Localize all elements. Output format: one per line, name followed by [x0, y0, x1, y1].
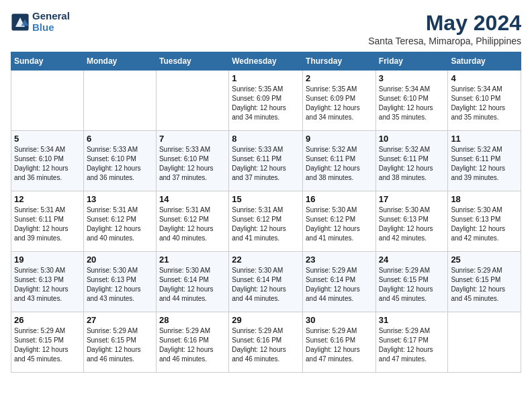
day-info: Sunrise: 5:30 AM Sunset: 6:13 PM Dayligh…: [87, 266, 153, 304]
day-info: Sunrise: 5:29 AM Sunset: 6:16 PM Dayligh…: [306, 326, 373, 364]
day-info: Sunrise: 5:34 AM Sunset: 6:10 PM Dayligh…: [379, 85, 445, 122]
calendar-cell: [11, 71, 84, 131]
calendar-week-row: 26Sunrise: 5:29 AM Sunset: 6:15 PM Dayli…: [11, 312, 521, 373]
day-number: 27: [87, 315, 153, 325]
day-info: Sunrise: 5:30 AM Sunset: 6:13 PM Dayligh…: [379, 205, 445, 243]
day-number: 25: [451, 255, 518, 265]
day-number: 24: [379, 255, 445, 265]
day-number: 14: [159, 194, 226, 204]
day-number: 2: [306, 73, 373, 83]
day-number: 9: [306, 134, 373, 144]
day-info: Sunrise: 5:30 AM Sunset: 6:12 PM Dayligh…: [306, 205, 373, 243]
weekday-header: Monday: [83, 52, 156, 71]
day-info: Sunrise: 5:29 AM Sunset: 6:16 PM Dayligh…: [232, 326, 300, 364]
calendar-table: SundayMondayTuesdayWednesdayThursdayFrid…: [11, 52, 521, 373]
calendar-cell: 8Sunrise: 5:33 AM Sunset: 6:11 PM Daylig…: [229, 131, 303, 191]
weekday-header: Wednesday: [229, 52, 303, 71]
calendar-cell: 6Sunrise: 5:33 AM Sunset: 6:10 PM Daylig…: [83, 131, 156, 191]
day-number: 10: [379, 134, 445, 144]
calendar-week-row: 12Sunrise: 5:31 AM Sunset: 6:11 PM Dayli…: [11, 191, 521, 252]
day-info: Sunrise: 5:30 AM Sunset: 6:14 PM Dayligh…: [232, 266, 300, 304]
calendar-cell: 9Sunrise: 5:32 AM Sunset: 6:11 PM Daylig…: [303, 131, 376, 191]
day-number: 16: [306, 194, 373, 204]
day-number: 1: [232, 73, 300, 83]
calendar-cell: 12Sunrise: 5:31 AM Sunset: 6:11 PM Dayli…: [11, 191, 84, 252]
logo: General Blue: [11, 11, 70, 33]
weekday-header-row: SundayMondayTuesdayWednesdayThursdayFrid…: [11, 52, 521, 71]
logo-icon: [11, 13, 30, 32]
day-number: 8: [232, 134, 300, 144]
day-number: 29: [232, 315, 300, 325]
day-number: 17: [379, 194, 445, 204]
day-number: 22: [232, 255, 300, 265]
page-header: General Blue May 2024 Santa Teresa, Mima…: [11, 11, 521, 46]
day-info: Sunrise: 5:29 AM Sunset: 6:15 PM Dayligh…: [379, 266, 445, 304]
calendar-cell: 17Sunrise: 5:30 AM Sunset: 6:13 PM Dayli…: [375, 191, 448, 252]
day-number: 13: [87, 194, 153, 204]
day-info: Sunrise: 5:29 AM Sunset: 6:15 PM Dayligh…: [87, 326, 153, 364]
day-number: 5: [14, 134, 81, 144]
day-info: Sunrise: 5:29 AM Sunset: 6:17 PM Dayligh…: [379, 326, 445, 364]
weekday-header: Saturday: [448, 52, 521, 71]
calendar-cell: [83, 71, 156, 131]
calendar-cell: 29Sunrise: 5:29 AM Sunset: 6:16 PM Dayli…: [229, 312, 303, 373]
day-info: Sunrise: 5:35 AM Sunset: 6:09 PM Dayligh…: [306, 85, 373, 122]
calendar-cell: 31Sunrise: 5:29 AM Sunset: 6:17 PM Dayli…: [375, 312, 448, 373]
day-info: Sunrise: 5:29 AM Sunset: 6:16 PM Dayligh…: [159, 326, 226, 364]
calendar-cell: 20Sunrise: 5:30 AM Sunset: 6:13 PM Dayli…: [83, 252, 156, 312]
day-info: Sunrise: 5:34 AM Sunset: 6:10 PM Dayligh…: [14, 145, 81, 183]
day-number: 4: [451, 73, 518, 83]
day-number: 3: [379, 73, 445, 83]
calendar-cell: 24Sunrise: 5:29 AM Sunset: 6:15 PM Dayli…: [375, 252, 448, 312]
day-number: 28: [159, 315, 226, 325]
day-info: Sunrise: 5:30 AM Sunset: 6:13 PM Dayligh…: [451, 205, 518, 243]
calendar-cell: [156, 71, 228, 131]
day-info: Sunrise: 5:32 AM Sunset: 6:11 PM Dayligh…: [379, 145, 445, 183]
day-number: 30: [306, 315, 373, 325]
calendar-cell: [448, 312, 521, 373]
day-number: 12: [14, 194, 81, 204]
day-info: Sunrise: 5:33 AM Sunset: 6:10 PM Dayligh…: [159, 145, 226, 183]
day-info: Sunrise: 5:31 AM Sunset: 6:12 PM Dayligh…: [87, 205, 153, 243]
day-number: 19: [14, 255, 81, 265]
logo-text: General Blue: [32, 11, 70, 33]
calendar-cell: 25Sunrise: 5:29 AM Sunset: 6:15 PM Dayli…: [448, 252, 521, 312]
calendar-cell: 11Sunrise: 5:32 AM Sunset: 6:11 PM Dayli…: [448, 131, 521, 191]
calendar-cell: 16Sunrise: 5:30 AM Sunset: 6:12 PM Dayli…: [303, 191, 376, 252]
calendar-cell: 5Sunrise: 5:34 AM Sunset: 6:10 PM Daylig…: [11, 131, 84, 191]
calendar-cell: 30Sunrise: 5:29 AM Sunset: 6:16 PM Dayli…: [303, 312, 376, 373]
day-info: Sunrise: 5:32 AM Sunset: 6:11 PM Dayligh…: [451, 145, 518, 183]
day-number: 26: [14, 315, 81, 325]
day-number: 18: [451, 194, 518, 204]
calendar-cell: 13Sunrise: 5:31 AM Sunset: 6:12 PM Dayli…: [83, 191, 156, 252]
day-info: Sunrise: 5:31 AM Sunset: 6:12 PM Dayligh…: [232, 205, 300, 243]
calendar-cell: 27Sunrise: 5:29 AM Sunset: 6:15 PM Dayli…: [83, 312, 156, 373]
logo-line1: General: [32, 11, 70, 22]
calendar-cell: 18Sunrise: 5:30 AM Sunset: 6:13 PM Dayli…: [448, 191, 521, 252]
calendar-cell: 7Sunrise: 5:33 AM Sunset: 6:10 PM Daylig…: [156, 131, 228, 191]
day-info: Sunrise: 5:29 AM Sunset: 6:15 PM Dayligh…: [451, 266, 518, 304]
calendar-cell: 22Sunrise: 5:30 AM Sunset: 6:14 PM Dayli…: [229, 252, 303, 312]
calendar-week-row: 1Sunrise: 5:35 AM Sunset: 6:09 PM Daylig…: [11, 71, 521, 131]
day-number: 21: [159, 255, 226, 265]
calendar-cell: 2Sunrise: 5:35 AM Sunset: 6:09 PM Daylig…: [303, 71, 376, 131]
calendar-cell: 15Sunrise: 5:31 AM Sunset: 6:12 PM Dayli…: [229, 191, 303, 252]
calendar-cell: 26Sunrise: 5:29 AM Sunset: 6:15 PM Dayli…: [11, 312, 84, 373]
calendar-week-row: 5Sunrise: 5:34 AM Sunset: 6:10 PM Daylig…: [11, 131, 521, 191]
month-title: May 2024: [368, 11, 521, 36]
day-info: Sunrise: 5:33 AM Sunset: 6:11 PM Dayligh…: [232, 145, 300, 183]
day-info: Sunrise: 5:31 AM Sunset: 6:11 PM Dayligh…: [14, 205, 81, 243]
calendar-cell: 4Sunrise: 5:34 AM Sunset: 6:10 PM Daylig…: [448, 71, 521, 131]
day-number: 11: [451, 134, 518, 144]
day-info: Sunrise: 5:32 AM Sunset: 6:11 PM Dayligh…: [306, 145, 373, 183]
day-info: Sunrise: 5:29 AM Sunset: 6:14 PM Dayligh…: [306, 266, 373, 304]
weekday-header: Sunday: [11, 52, 84, 71]
calendar-cell: 19Sunrise: 5:30 AM Sunset: 6:13 PM Dayli…: [11, 252, 84, 312]
calendar-week-row: 19Sunrise: 5:30 AM Sunset: 6:13 PM Dayli…: [11, 252, 521, 312]
calendar-cell: 14Sunrise: 5:31 AM Sunset: 6:12 PM Dayli…: [156, 191, 228, 252]
weekday-header: Thursday: [303, 52, 376, 71]
calendar-cell: 1Sunrise: 5:35 AM Sunset: 6:09 PM Daylig…: [229, 71, 303, 131]
location: Santa Teresa, Mimaropa, Philippines: [368, 36, 521, 46]
day-info: Sunrise: 5:34 AM Sunset: 6:10 PM Dayligh…: [451, 85, 518, 122]
day-number: 15: [232, 194, 300, 204]
